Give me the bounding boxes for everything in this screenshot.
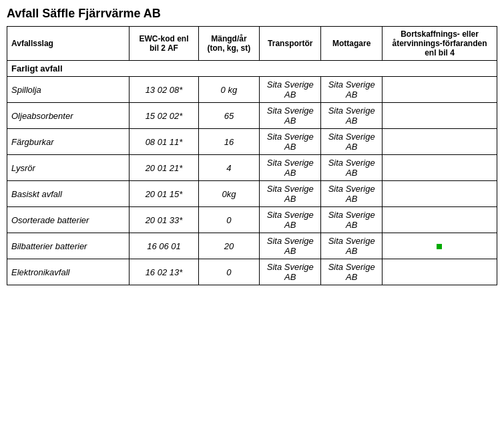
waste-table: Avfallsslag EWC-kod enl bil 2 AF Mängd/å… — [7, 26, 497, 285]
cell-avfallsslag: Lysrör — [7, 155, 130, 181]
cell-mangd: 16 — [198, 129, 260, 155]
cell-bortskaffning — [383, 103, 497, 129]
section-header-label: Farligt avfall — [7, 61, 497, 77]
cell-ewc: 20 01 21* — [130, 155, 198, 181]
col-header-ewc: EWC-kod enl bil 2 AF — [130, 27, 198, 61]
cell-mangd: 0kg — [198, 181, 260, 207]
cell-bortskaffning — [383, 233, 497, 259]
cell-mottagare: Sita Sverige AB — [321, 77, 383, 103]
cell-transport: Sita Sverige AB — [260, 207, 321, 233]
table-row: Spillolja13 02 08*0 kgSita Sverige ABSit… — [7, 77, 497, 103]
cell-mangd: 0 — [198, 259, 260, 285]
cell-avfallsslag: Färgburkar — [7, 129, 130, 155]
cell-bortskaffning — [383, 155, 497, 181]
cell-ewc: 16 02 13* — [130, 259, 198, 285]
cell-ewc: 20 01 15* — [130, 181, 198, 207]
table-row: Lysrör20 01 21*4Sita Sverige ABSita Sver… — [7, 155, 497, 181]
cell-bortskaffning — [383, 129, 497, 155]
cell-transport: Sita Sverige AB — [260, 103, 321, 129]
table-row: Osorterade batterier20 01 33*0Sita Sveri… — [7, 207, 497, 233]
cell-mottagare: Sita Sverige AB — [321, 207, 383, 233]
cell-avfallsslag: Elektronikavfall — [7, 259, 130, 285]
cell-avfallsslag: Oljeabsorbenter — [7, 103, 130, 129]
col-header-avfallsslag: Avfallsslag — [7, 27, 130, 61]
cell-mottagare: Sita Sverige AB — [321, 129, 383, 155]
cell-avfallsslag: Bilbatterier batterier — [7, 233, 130, 259]
cell-avfallsslag: Basiskt avfall — [7, 181, 130, 207]
cell-mottagare: Sita Sverige AB — [321, 103, 383, 129]
cell-bortskaffning — [383, 181, 497, 207]
green-indicator-icon — [437, 244, 442, 249]
col-header-bortskaffning: Bortskaffnings- eller återvinnings-förfa… — [383, 27, 497, 61]
cell-bortskaffning — [383, 207, 497, 233]
cell-ewc: 20 01 33* — [130, 207, 198, 233]
cell-transport: Sita Sverige AB — [260, 129, 321, 155]
cell-mottagare: Sita Sverige AB — [321, 155, 383, 181]
cell-avfallsslag: Osorterade batterier — [7, 207, 130, 233]
col-header-transport: Transportör — [260, 27, 321, 61]
table-row: Oljeabsorbenter15 02 02*65Sita Sverige A… — [7, 103, 497, 129]
table-row: Färgburkar08 01 11*16Sita Sverige ABSita… — [7, 129, 497, 155]
cell-avfallsslag: Spillolja — [7, 77, 130, 103]
cell-ewc: 15 02 02* — [130, 103, 198, 129]
col-header-mottagare: Mottagare — [321, 27, 383, 61]
cell-ewc: 16 06 01 — [130, 233, 198, 259]
table-row: Elektronikavfall16 02 13*0Sita Sverige A… — [7, 259, 497, 285]
cell-transport: Sita Sverige AB — [260, 181, 321, 207]
cell-mottagare: Sita Sverige AB — [321, 259, 383, 285]
cell-bortskaffning — [383, 259, 497, 285]
page-title: Avfall Säffle Fjärrvärme AB — [7, 7, 497, 21]
cell-transport: Sita Sverige AB — [260, 233, 321, 259]
cell-ewc: 08 01 11* — [130, 129, 198, 155]
cell-mangd: 20 — [198, 233, 260, 259]
col-header-mangd: Mängd/år (ton, kg, st) — [198, 27, 260, 61]
cell-bortskaffning — [383, 77, 497, 103]
cell-mottagare: Sita Sverige AB — [321, 233, 383, 259]
cell-transport: Sita Sverige AB — [260, 77, 321, 103]
cell-mangd: 4 — [198, 155, 260, 181]
cell-mangd: 0 kg — [198, 77, 260, 103]
cell-ewc: 13 02 08* — [130, 77, 198, 103]
cell-transport: Sita Sverige AB — [260, 259, 321, 285]
cell-transport: Sita Sverige AB — [260, 155, 321, 181]
cell-mangd: 65 — [198, 103, 260, 129]
cell-mangd: 0 — [198, 207, 260, 233]
table-row: Bilbatterier batterier16 06 0120Sita Sve… — [7, 233, 497, 259]
section-header-row: Farligt avfall — [7, 61, 497, 77]
cell-mottagare: Sita Sverige AB — [321, 181, 383, 207]
table-row: Basiskt avfall20 01 15*0kgSita Sverige A… — [7, 181, 497, 207]
